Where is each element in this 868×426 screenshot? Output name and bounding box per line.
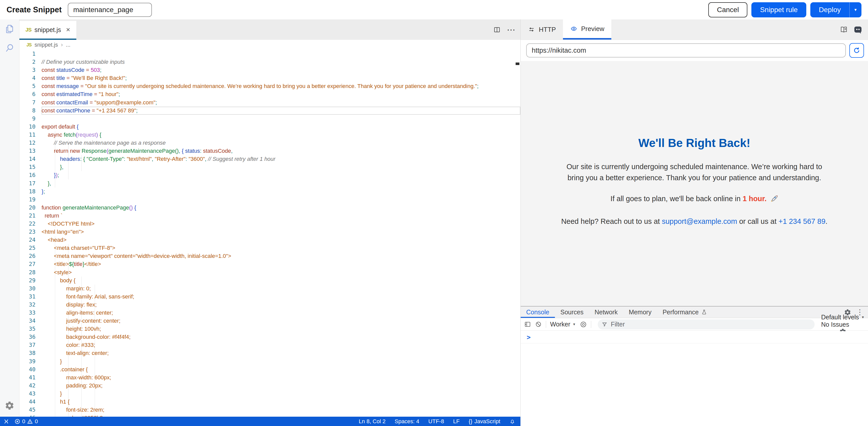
issues-counter[interactable]: No Issues bbox=[821, 321, 849, 328]
code-line[interactable]: 14 headers: { "Content-Type": "text/html… bbox=[20, 155, 520, 163]
console-sidebar-icon[interactable] bbox=[524, 321, 531, 328]
live-expression-eye-icon[interactable] bbox=[580, 321, 587, 328]
devtools-tab-memory[interactable]: Memory bbox=[623, 307, 657, 318]
devtools-tab-network[interactable]: Network bbox=[589, 307, 623, 318]
language-mode[interactable]: {} JavaScript bbox=[469, 418, 500, 425]
code-line[interactable]: 38 text-align: center; bbox=[20, 349, 520, 357]
code-line[interactable]: 20function generateMaintenancePage() { bbox=[20, 204, 520, 212]
code-line[interactable]: 13 return new Response(generateMaintenan… bbox=[20, 147, 520, 155]
code-line[interactable]: 15 }, bbox=[20, 163, 520, 171]
code-line[interactable]: 22 <!DOCTYPE html> bbox=[20, 220, 520, 228]
code-line[interactable]: 25 <meta charset="UTF-8"> bbox=[20, 244, 520, 252]
search-icon[interactable] bbox=[0, 38, 19, 58]
deploy-dropdown-button[interactable]: ▼ bbox=[849, 2, 862, 18]
devtools-tab-label: Console bbox=[526, 309, 549, 316]
tab-label: snippet.js bbox=[34, 26, 61, 33]
code-line[interactable]: 21 return ` bbox=[20, 212, 520, 220]
breadcrumb-file: snippet.js bbox=[34, 41, 58, 48]
code-line[interactable]: 31 font-family: Arial, sans-serif; bbox=[20, 293, 520, 301]
code-line[interactable]: 6const estimatedTime = "1 hour"; bbox=[20, 90, 520, 98]
code-line[interactable]: 10export default { bbox=[20, 123, 520, 131]
code-line[interactable]: 2// Define your customizable inputs bbox=[20, 58, 520, 66]
code-line[interactable]: 18}; bbox=[20, 188, 520, 196]
code-line[interactable]: 29 body { bbox=[20, 277, 520, 285]
code-line[interactable]: 23<html lang="en"> bbox=[20, 228, 520, 236]
code-line[interactable]: 45 font-size: 2rem; bbox=[20, 406, 520, 414]
console-prompt-row[interactable]: > bbox=[521, 331, 868, 343]
code-line[interactable]: 27 <title>${title}</title> bbox=[20, 260, 520, 268]
code-line[interactable]: 9 bbox=[20, 115, 520, 123]
refresh-button[interactable] bbox=[849, 43, 864, 58]
code-line[interactable]: 41 max-width: 600px; bbox=[20, 374, 520, 381]
code-line[interactable]: 35 height: 100vh; bbox=[20, 325, 520, 333]
console-context-label: Worker bbox=[550, 321, 570, 328]
code-line[interactable]: 46 color: #0056b3; bbox=[20, 414, 520, 417]
console-output[interactable]: > bbox=[521, 331, 868, 426]
code-line[interactable]: 42 padding: 20px; bbox=[20, 381, 520, 390]
encoding-setting[interactable]: UTF-8 bbox=[429, 418, 444, 425]
code-line[interactable]: 12 // Serve the maintenance page as a re… bbox=[20, 139, 520, 147]
indentation-setting[interactable]: Spaces: 4 bbox=[395, 418, 420, 425]
console-filter-input[interactable] bbox=[610, 320, 811, 328]
code-line[interactable]: 37 color: #333; bbox=[20, 341, 520, 349]
settings-gear-icon[interactable] bbox=[0, 396, 19, 415]
tab-preview[interactable]: Preview bbox=[563, 20, 611, 39]
deploy-button[interactable]: Deploy bbox=[810, 2, 849, 18]
problems-indicator[interactable]: 0 0 bbox=[14, 418, 38, 425]
devtools-tab-performance[interactable]: Performance bbox=[657, 307, 712, 318]
code-line[interactable]: 17 }, bbox=[20, 179, 520, 188]
notifications-bell-icon[interactable] bbox=[509, 419, 515, 425]
tab-http[interactable]: HTTP bbox=[521, 20, 563, 39]
snippet-name-input[interactable] bbox=[68, 3, 152, 17]
code-line[interactable]: 43 } bbox=[20, 390, 520, 398]
code-line[interactable]: 1 bbox=[20, 50, 520, 58]
code-line[interactable]: 26 <meta name="viewport" content="width=… bbox=[20, 252, 520, 260]
code-line[interactable]: 34 justify-content: center; bbox=[20, 317, 520, 325]
breadcrumb[interactable]: JS snippet.js › ... bbox=[20, 40, 520, 50]
console-context-dropdown[interactable]: Worker ▼ bbox=[550, 321, 576, 328]
support-email-link[interactable]: support@example.com bbox=[662, 217, 737, 225]
code-line-content: <!DOCTYPE html> bbox=[41, 220, 520, 228]
discord-icon[interactable] bbox=[854, 25, 863, 34]
code-line[interactable]: 11 async fetch(request) { bbox=[20, 131, 520, 139]
line-number: 13 bbox=[20, 147, 35, 155]
clear-console-icon[interactable] bbox=[535, 321, 542, 328]
split-editor-icon[interactable] bbox=[493, 26, 501, 33]
line-number: 24 bbox=[20, 236, 35, 244]
remote-indicator-icon[interactable] bbox=[3, 418, 9, 425]
devtools-tab-console[interactable]: Console bbox=[521, 307, 555, 318]
code-line[interactable]: 7const contactEmail = "support@example.c… bbox=[20, 98, 520, 107]
console-prompt-icon: > bbox=[527, 334, 531, 341]
code-line[interactable]: 4const title = "We'll Be Right Back!"; bbox=[20, 74, 520, 82]
code-line[interactable]: 33 align-items: center; bbox=[20, 309, 520, 317]
preview-url-input[interactable] bbox=[526, 44, 846, 57]
phone-link[interactable]: +1 234 567 89 bbox=[779, 217, 826, 225]
code-editor[interactable]: 12// Define your customizable inputs3con… bbox=[20, 50, 520, 417]
line-number: 40 bbox=[20, 366, 35, 374]
code-line[interactable]: 8const contactPhone = "+1 234 567 89"; bbox=[20, 107, 520, 115]
code-line[interactable]: 28 <style> bbox=[20, 268, 520, 277]
files-icon[interactable] bbox=[0, 20, 19, 38]
code-line[interactable]: 39 } bbox=[20, 358, 520, 366]
code-line[interactable]: 30 margin: 0; bbox=[20, 285, 520, 293]
log-levels-dropdown[interactable]: Default levels ▼ bbox=[821, 314, 865, 321]
code-line[interactable]: 5const message = "Our site is currently … bbox=[20, 82, 520, 90]
close-icon[interactable]: × bbox=[66, 26, 70, 33]
code-line-content: height: 100vh; bbox=[41, 325, 520, 333]
code-line[interactable]: 19 bbox=[20, 196, 520, 204]
code-line[interactable]: 40 .container { bbox=[20, 366, 520, 374]
devtools-tab-sources[interactable]: Sources bbox=[555, 307, 589, 318]
eol-setting[interactable]: LF bbox=[453, 418, 460, 425]
more-actions-icon[interactable]: ⋯ bbox=[507, 25, 515, 34]
code-line[interactable]: 36 background-color: #f4f4f4; bbox=[20, 333, 520, 341]
code-line[interactable]: 24 <head> bbox=[20, 236, 520, 244]
tab-snippet-js[interactable]: JS snippet.js × bbox=[20, 21, 76, 40]
cancel-button[interactable]: Cancel bbox=[708, 2, 747, 18]
snippet-rule-button[interactable]: Snippet rule bbox=[751, 2, 806, 18]
code-line[interactable]: 44 h1 { bbox=[20, 398, 520, 406]
code-line[interactable]: 32 display: flex; bbox=[20, 301, 520, 309]
code-line[interactable]: 16 }); bbox=[20, 171, 520, 179]
docs-book-icon[interactable] bbox=[840, 26, 848, 34]
code-line[interactable]: 3const statusCode = 503; bbox=[20, 66, 520, 74]
cursor-position[interactable]: Ln 8, Col 2 bbox=[359, 418, 385, 425]
